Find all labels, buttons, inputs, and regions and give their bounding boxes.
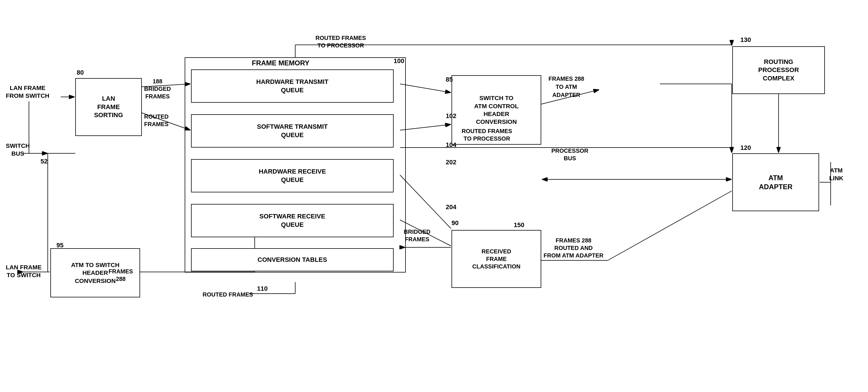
label-100: 100 [394, 57, 404, 65]
label-204: 204 [446, 203, 457, 211]
bridged-frames-label: BRIDGEDFRAMES [404, 228, 430, 243]
atm-link-label: ATMLINK [829, 166, 843, 182]
hw-transmit-queue-box: HARDWARE TRANSMITQUEUE [191, 69, 394, 103]
hw-receive-queue-box: HARDWARE RECEIVEQUEUE [191, 159, 394, 192]
lan-frame-to-switch-label: LAN FRAMETO SWITCH [6, 263, 42, 279]
label-104: 104 [446, 141, 457, 149]
label-150: 150 [514, 221, 524, 229]
label-80: 80 [77, 69, 84, 76]
label-110: 110 [257, 285, 268, 292]
sw-receive-queue-box: SOFTWARE RECEIVEQUEUE [191, 204, 394, 237]
routed-frames-to-proc-mid-label: ROUTED FRAMESTO PROCESSOR [462, 127, 512, 142]
svg-line-20 [400, 175, 451, 229]
conversion-tables-box: CONVERSION TABLES [191, 248, 394, 271]
routing-processor-box: ROUTINGPROCESSORCOMPLEX [732, 46, 825, 94]
label-120: 120 [740, 144, 751, 152]
frames-288-routed-label: FRAMES 288ROUTED ANDFROM ATM ADAPTER [544, 237, 603, 259]
processor-bus-label: PROCESSORBUS [551, 147, 588, 162]
label-202: 202 [446, 159, 457, 166]
received-frame-class-box: RECEIVEDFRAMECLASSIFICATION [452, 230, 541, 288]
routed-frames-to-proc-top-label: ROUTED FRAMESTO PROCESSOR [315, 34, 366, 49]
frame-memory-label: FRAME MEMORY [252, 59, 309, 67]
frames-288-to-atm-label: FRAMES 288TO ATMADAPTER [549, 75, 584, 99]
svg-line-23 [608, 191, 732, 260]
routed-frames-from-sorting-label: ROUTEDFRAMES [144, 113, 168, 128]
switch-bus-label: SWITCHBUS [6, 142, 30, 158]
label-90: 90 [452, 219, 459, 227]
bridged-frames-188-label: 188BRIDGEDFRAMES [144, 77, 171, 100]
label-52: 52 [40, 158, 48, 165]
sw-transmit-queue-box: SOFTWARE TRANSMITQUEUE [191, 114, 394, 148]
routed-frames-bottom-label: ROUTED FRAMES [203, 291, 253, 298]
svg-line-8 [400, 84, 451, 93]
label-95: 95 [56, 241, 63, 249]
label-130: 130 [740, 36, 751, 44]
label-102: 102 [446, 112, 457, 120]
atm-adapter-box: ATMADAPTER [732, 153, 819, 211]
label-85: 85 [446, 76, 453, 83]
lan-frame-from-switch-label: LAN FRAMEFROM SWITCH [6, 84, 49, 100]
frames-288-label: FRAMES288 [108, 268, 133, 283]
svg-line-9 [400, 124, 451, 130]
lan-frame-sorting-box: LAN FRAME SORTING [75, 78, 142, 136]
diagram: LAN FRAME SORTING FRAME MEMORY HARDWARE … [0, 0, 868, 392]
